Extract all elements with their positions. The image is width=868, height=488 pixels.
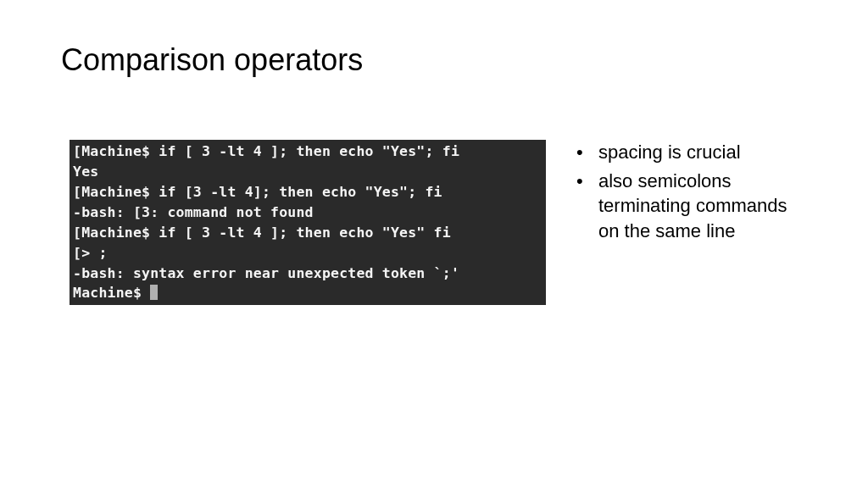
slide-title: Comparison operators (61, 42, 363, 78)
terminal-line: -bash: [3: command not found (73, 204, 314, 220)
bullet-item: also semicolons terminating commands on … (570, 169, 807, 244)
content-area: [Machine$ if [ 3 -lt 4 ]; then echo "Yes… (70, 140, 807, 305)
terminal-line: [Machine$ if [3 -lt 4]; then echo "Yes";… (73, 184, 442, 200)
terminal-block: [Machine$ if [ 3 -lt 4 ]; then echo "Yes… (70, 140, 546, 305)
terminal-line: [Machine$ if [ 3 -lt 4 ]; then echo "Yes… (73, 143, 459, 159)
terminal-line: [Machine$ if [ 3 -lt 4 ]; then echo "Yes… (73, 225, 451, 241)
terminal-line: -bash: syntax error near unexpected toke… (73, 265, 459, 281)
terminal-line: [> ; (73, 245, 108, 261)
cursor-icon (150, 285, 158, 300)
terminal-line: Yes (73, 164, 98, 180)
bullet-item: spacing is crucial (570, 140, 807, 165)
bullet-list: spacing is crucial also semicolons termi… (570, 140, 807, 247)
terminal-prompt: Machine$ (73, 285, 150, 301)
